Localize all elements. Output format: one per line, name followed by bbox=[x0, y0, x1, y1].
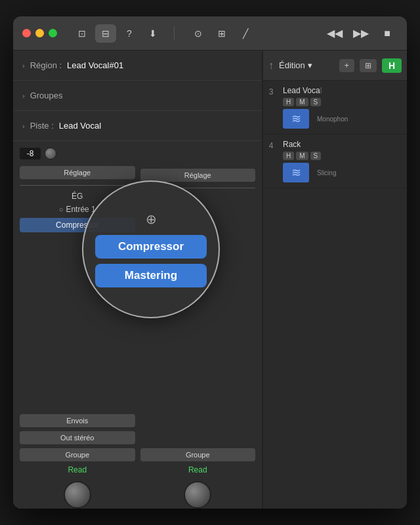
close-button[interactable] bbox=[22, 29, 31, 37]
reglage-btn-1[interactable]: Réglage bbox=[20, 166, 135, 179]
groupes-section: › Groupes bbox=[13, 81, 262, 111]
track-value: Lead Vocal bbox=[59, 121, 101, 131]
table-row: 3 Lead Vocal H M S ≋ Monophon bbox=[263, 81, 407, 135]
track-info-row-3: ≋ Monophon bbox=[283, 109, 403, 129]
region-chevron[interactable]: › bbox=[22, 62, 25, 70]
track-meta-3: Monophon bbox=[317, 116, 348, 123]
track-section: › Piste : Lead Vocal bbox=[13, 111, 262, 141]
toolbar-divider bbox=[174, 26, 175, 41]
circle-popup: ⊕ Compressor Mastering bbox=[82, 180, 220, 318]
toolbar-center: ⊙ ⊞ ╱ bbox=[188, 24, 256, 43]
arrange-icon[interactable]: ⊟ bbox=[95, 24, 116, 43]
track-chevron[interactable]: › bbox=[22, 122, 25, 130]
main-content: › Région : Lead Vocal#01 › Groupes › Pis… bbox=[13, 51, 407, 509]
right-panel: ↑ Édition ▾ + ⊞ H 3 Lead Vocal bbox=[263, 51, 407, 509]
link-icon: ⊕ bbox=[146, 211, 157, 227]
track-buttons-4: H M S bbox=[283, 152, 403, 160]
compressor-popup-btn[interactable]: Compressor bbox=[95, 235, 207, 259]
track-info-row-4: ≋ Slicing bbox=[283, 163, 403, 182]
groupes-label: Groupes bbox=[30, 91, 63, 100]
region-label: Région : bbox=[30, 60, 62, 70]
sends-btn[interactable]: Envois bbox=[20, 414, 135, 427]
title-bar: ⊡ ⊟ ? ⬇ ⊙ ⊞ ╱ ◀◀ ▶▶ ■ bbox=[13, 16, 407, 51]
reglage-btn-2[interactable]: Réglage bbox=[140, 169, 256, 182]
track-number-4: 4 bbox=[263, 135, 279, 188]
waveform-icon-4: ≋ bbox=[291, 165, 301, 180]
traffic-lights bbox=[22, 29, 57, 37]
rewind-button[interactable]: ◀◀ bbox=[324, 24, 345, 43]
m-btn-4[interactable]: M bbox=[296, 152, 308, 160]
s-btn-3[interactable]: S bbox=[310, 98, 322, 106]
midi-icon[interactable]: ⊡ bbox=[72, 24, 93, 43]
track-number-3: 3 bbox=[263, 81, 279, 134]
plugin-area: -8 Réglage ÉG ○ Entrée 1 Compressor Envo… bbox=[13, 141, 262, 509]
group-btn-1[interactable]: Groupe bbox=[20, 448, 135, 461]
plugin-header-1: -8 bbox=[20, 148, 135, 159]
pan-knob[interactable] bbox=[45, 148, 56, 159]
h-button[interactable]: H bbox=[382, 58, 402, 73]
waveform-4: ≋ bbox=[283, 163, 309, 182]
region-section: › Région : Lead Vocal#01 bbox=[13, 51, 262, 81]
read-label-1: Read bbox=[20, 465, 135, 474]
track-label: Piste : bbox=[30, 121, 54, 131]
eq-icon[interactable]: ⊞ bbox=[211, 24, 232, 43]
track-title-4: Rack bbox=[283, 140, 403, 149]
waveform-3: ≋ bbox=[283, 109, 309, 129]
main-knob-2[interactable] bbox=[184, 481, 211, 509]
table-row: 4 Rack H M S ≋ Slicing bbox=[263, 135, 407, 188]
input-circle-icon: ○ bbox=[59, 205, 64, 213]
track-buttons-3: H M S bbox=[283, 98, 403, 106]
track-meta-4: Slicing bbox=[317, 169, 336, 177]
left-panel: › Région : Lead Vocal#01 › Groupes › Pis… bbox=[13, 51, 262, 509]
stop-button[interactable]: ■ bbox=[377, 24, 398, 43]
output-btn[interactable]: Out stéréo bbox=[20, 431, 135, 444]
dropdown-icon: ▾ bbox=[308, 60, 312, 70]
minimize-button[interactable] bbox=[35, 29, 44, 37]
mastering-popup-btn[interactable]: Mastering bbox=[95, 264, 207, 287]
up-arrow-icon[interactable]: ↑ bbox=[268, 60, 274, 72]
maximize-button[interactable] bbox=[49, 29, 57, 37]
h-btn-3[interactable]: H bbox=[283, 98, 294, 106]
download-icon[interactable]: ⬇ bbox=[142, 24, 163, 43]
fastforward-button[interactable]: ▶▶ bbox=[350, 24, 371, 43]
read-label-2: Read bbox=[140, 465, 256, 474]
groupes-chevron[interactable]: › bbox=[22, 92, 25, 100]
toolbar-left: ⊡ ⊟ ? ⬇ bbox=[72, 24, 163, 43]
track-controls-3: Lead Vocal H M S ≋ Monophon bbox=[279, 81, 407, 134]
col2-spacer bbox=[140, 148, 256, 165]
h-btn-4[interactable]: H bbox=[283, 152, 294, 160]
edition-button[interactable]: Édition ▾ bbox=[279, 60, 312, 70]
edition-label: Édition bbox=[279, 60, 305, 70]
group-btn-2[interactable]: Groupe bbox=[140, 448, 256, 461]
region-value: Lead Vocal#01 bbox=[67, 60, 123, 70]
main-knob-1[interactable] bbox=[64, 481, 91, 509]
input-label: Entrée 1 bbox=[66, 205, 95, 214]
right-header: ↑ Édition ▾ + ⊞ H bbox=[263, 51, 407, 81]
waveform-icon-3: ≋ bbox=[291, 112, 301, 126]
main-window: ⊡ ⊟ ? ⬇ ⊙ ⊞ ╱ ◀◀ ▶▶ ■ › Région : Lead Vo… bbox=[13, 16, 407, 509]
pencil-icon[interactable]: ╱ bbox=[235, 24, 256, 43]
transport-controls: ◀◀ ▶▶ ■ bbox=[324, 24, 398, 43]
track-list: 3 Lead Vocal H M S ≋ Monophon bbox=[263, 81, 407, 509]
volume-display: -8 bbox=[20, 148, 41, 159]
copy-button[interactable]: ⊞ bbox=[360, 59, 377, 72]
s-btn-4[interactable]: S bbox=[310, 152, 322, 160]
separator-1 bbox=[20, 185, 135, 186]
m-btn-3[interactable]: M bbox=[296, 98, 308, 106]
add-button[interactable]: + bbox=[339, 59, 354, 72]
help-icon[interactable]: ? bbox=[119, 24, 140, 43]
clock-icon[interactable]: ⊙ bbox=[188, 24, 209, 43]
track-controls-4: Rack H M S ≋ Slicing bbox=[279, 135, 407, 188]
track-title-3: Lead Vocal bbox=[283, 86, 403, 95]
